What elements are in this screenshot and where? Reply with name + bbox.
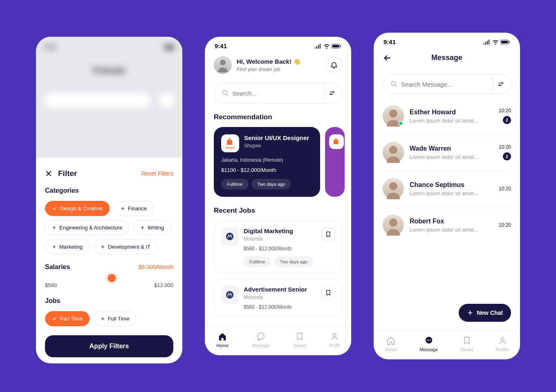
categories-label: Categories bbox=[45, 187, 173, 194]
salaries-label: Salaries bbox=[45, 263, 70, 271]
svg-point-5 bbox=[333, 91, 334, 93]
bookmark-icon bbox=[295, 332, 304, 341]
message-time: 10:20 bbox=[499, 186, 511, 192]
nav-home[interactable]: Home bbox=[216, 332, 228, 348]
nav-saved[interactable]: Saved bbox=[293, 332, 306, 348]
svg-point-25 bbox=[501, 338, 504, 341]
message-preview: Lorem ipsum dolor sit amet... bbox=[410, 118, 493, 124]
greeting: Hi, Welcome Back! 👋 bbox=[237, 58, 301, 65]
bookmark-button[interactable] bbox=[321, 227, 335, 241]
job-card[interactable]: Advertisement Senior Motorola $560 - $12… bbox=[214, 279, 342, 317]
recommendation-label: Recommendation bbox=[214, 113, 342, 121]
plus-icon bbox=[467, 310, 473, 316]
nav-saved[interactable]: Saved bbox=[461, 336, 473, 352]
job-salary: $560 - $12.000/Month bbox=[244, 304, 316, 310]
job-title: Advertisement Senior bbox=[244, 286, 316, 293]
notifications-button[interactable] bbox=[326, 57, 342, 73]
filter-title: Filter bbox=[58, 169, 77, 178]
avatar[interactable] bbox=[214, 56, 232, 74]
nav-profile[interactable]: Profil bbox=[329, 332, 339, 348]
chip-finance[interactable]: Finance bbox=[114, 201, 154, 216]
rec-company: Shopee bbox=[244, 143, 309, 149]
bottom-nav: Home Message Saved Profil bbox=[205, 326, 351, 355]
avatar bbox=[383, 105, 404, 127]
job-tag: Fulltime bbox=[244, 256, 271, 267]
svg-point-3 bbox=[220, 60, 226, 65]
message-icon bbox=[424, 336, 433, 345]
svg-rect-13 bbox=[509, 41, 510, 43]
phone-home: 9:41 Hi, Welcome Back! 👋 Find your dream… bbox=[205, 37, 351, 355]
chip-writing[interactable]: Writing bbox=[133, 220, 171, 235]
message-list: Esther Howard Lorem ipsum dolor sit amet… bbox=[374, 98, 520, 330]
nav-profile[interactable]: Profile bbox=[496, 336, 509, 352]
new-chat-button[interactable]: New Chat bbox=[459, 304, 511, 322]
job-company: Motorola bbox=[244, 236, 316, 242]
status-time: 9:41 bbox=[215, 42, 227, 49]
bookmark-button[interactable] bbox=[321, 286, 335, 300]
message-item[interactable]: Wade Warren Lorem ipsum dolor sit amet..… bbox=[383, 134, 511, 171]
nav-message[interactable]: Message bbox=[419, 336, 438, 352]
chip-part-time[interactable]: Part Time bbox=[45, 311, 90, 326]
salary-max: $12.000 bbox=[154, 282, 173, 288]
profile-icon bbox=[498, 336, 507, 345]
nav-home[interactable]: Home bbox=[385, 336, 397, 352]
chip-marketing[interactable]: Marketing bbox=[45, 239, 90, 254]
chip-engineering[interactable]: Engineering & Architecture bbox=[45, 220, 129, 235]
filter-icon-button[interactable] bbox=[324, 85, 339, 101]
svg-rect-2 bbox=[340, 45, 341, 47]
blurred-background: 9:41▮▮▮ Friends bbox=[36, 37, 182, 158]
slider-thumb[interactable] bbox=[108, 274, 116, 282]
search-bar[interactable] bbox=[383, 74, 511, 94]
search-input[interactable] bbox=[229, 90, 324, 97]
salary-current: $6.000/Month bbox=[138, 264, 173, 270]
reset-filters-link[interactable]: Reset Filters bbox=[141, 170, 173, 177]
avatar bbox=[383, 178, 404, 199]
close-icon[interactable] bbox=[45, 170, 52, 177]
chip-design-creative[interactable]: Design & Creative bbox=[45, 201, 110, 216]
message-item[interactable]: Chance Septimus Lorem ipsum dolor sit am… bbox=[383, 171, 511, 207]
online-indicator bbox=[398, 121, 403, 126]
recent-jobs-label: Recent Jobs bbox=[214, 207, 342, 215]
svg-point-23 bbox=[428, 340, 429, 341]
search-input[interactable] bbox=[398, 81, 493, 88]
search-bar[interactable] bbox=[214, 83, 342, 103]
message-icon bbox=[256, 332, 265, 341]
back-button[interactable] bbox=[383, 53, 392, 62]
recommendation-card-next[interactable] bbox=[325, 127, 345, 197]
apply-filters-button[interactable]: Apply Filters bbox=[45, 335, 173, 357]
svg-point-15 bbox=[502, 82, 503, 84]
svg-point-19 bbox=[389, 182, 397, 190]
rec-salary: $1100 - $12.000/Month bbox=[221, 167, 313, 173]
recommendation-card[interactable]: Shopee Senior UI/UX Designer Shopee Jaka… bbox=[214, 127, 320, 197]
rec-tag-fulltime: Fulltime bbox=[221, 179, 249, 189]
job-card[interactable]: Digital Marketing Motorola $560 - $12.00… bbox=[214, 220, 342, 274]
status-icons bbox=[314, 44, 341, 49]
chip-full-time[interactable]: Full Time bbox=[94, 311, 137, 326]
message-name: Robert Fox bbox=[410, 218, 493, 225]
chip-development[interactable]: Development & IT bbox=[94, 239, 157, 254]
message-name: Esther Howard bbox=[410, 109, 493, 116]
nav-message[interactable]: Message bbox=[252, 332, 270, 348]
svg-point-24 bbox=[430, 340, 430, 341]
job-tag: Two days ago bbox=[274, 256, 314, 267]
phone-filter: 9:41▮▮▮ Friends Filter Reset Filters Cat… bbox=[36, 37, 182, 363]
message-preview: Lorem ipsum dolor sit amet... bbox=[410, 227, 493, 233]
svg-point-4 bbox=[222, 90, 227, 95]
home-icon bbox=[386, 336, 395, 345]
message-item[interactable]: Esther Howard Lorem ipsum dolor sit amet… bbox=[383, 98, 511, 134]
svg-point-22 bbox=[427, 340, 428, 341]
filter-icon-button[interactable] bbox=[493, 76, 508, 92]
unread-badge: 2 bbox=[503, 116, 511, 124]
message-item[interactable]: Robert Fox Lorem ipsum dolor sit amet...… bbox=[383, 207, 511, 243]
salary-min: $560 bbox=[45, 282, 57, 288]
message-time: 10:20 bbox=[499, 144, 511, 150]
jobs-label: Jobs bbox=[45, 297, 173, 305]
rec-title: Senior UI/UX Designer bbox=[244, 134, 309, 141]
search-icon bbox=[390, 80, 398, 88]
home-icon bbox=[218, 332, 227, 341]
avatar bbox=[383, 142, 404, 163]
job-salary: $560 - $12.000/Month bbox=[244, 246, 316, 252]
svg-point-14 bbox=[391, 81, 396, 86]
profile-icon bbox=[330, 332, 339, 341]
message-preview: Lorem ipsum dolor sit amet... bbox=[410, 190, 493, 196]
